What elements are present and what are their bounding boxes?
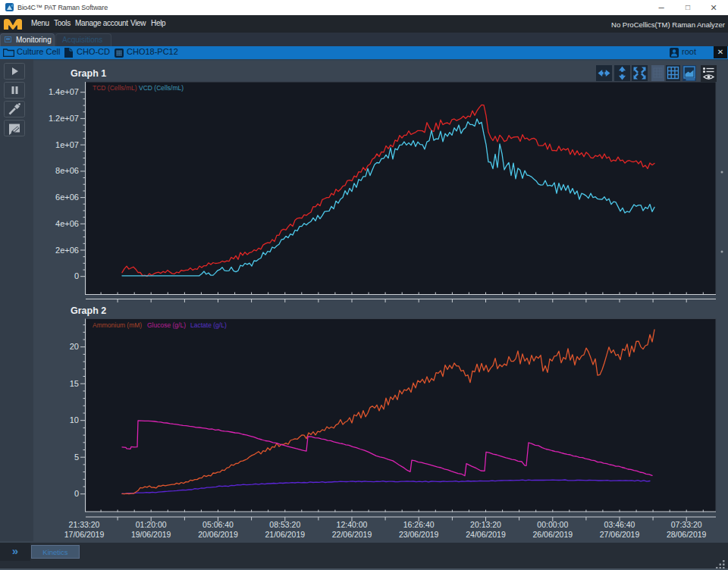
svg-text:08:53:20: 08:53:20 (269, 520, 300, 529)
svg-text:0: 0 (74, 489, 79, 498)
svg-text:0: 0 (74, 271, 79, 280)
svg-text:Glucose (g/L): Glucose (g/L) (147, 321, 186, 329)
svg-text:8e+06: 8e+06 (55, 166, 79, 175)
svg-text:5: 5 (74, 453, 79, 462)
svg-text:23/06/2019: 23/06/2019 (399, 530, 439, 539)
svg-text:15: 15 (70, 379, 79, 388)
svg-text:17/06/2019: 17/06/2019 (64, 530, 105, 539)
svg-text:00:00:00: 00:00:00 (537, 520, 568, 529)
svg-text:21:33:20: 21:33:20 (69, 520, 100, 529)
svg-text:12:40:00: 12:40:00 (337, 520, 368, 529)
svg-text:2e+06: 2e+06 (55, 246, 79, 255)
svg-text:22/06/2019: 22/06/2019 (332, 530, 372, 539)
svg-text:1e+07: 1e+07 (55, 140, 79, 149)
svg-text:21/06/2019: 21/06/2019 (265, 530, 306, 539)
svg-text:28/06/2019: 28/06/2019 (667, 530, 707, 539)
svg-text:6e+06: 6e+06 (55, 193, 79, 202)
svg-text:05:06:40: 05:06:40 (202, 520, 234, 529)
svg-text:Graph 1: Graph 1 (71, 68, 106, 79)
svg-text:Ammonium (mM): Ammonium (mM) (93, 321, 142, 329)
svg-text:4e+06: 4e+06 (55, 219, 79, 228)
svg-text:26/06/2019: 26/06/2019 (533, 530, 573, 539)
svg-text:03:46:40: 03:46:40 (604, 520, 635, 529)
svg-text:07:33:20: 07:33:20 (671, 520, 702, 529)
svg-text:16:26:40: 16:26:40 (403, 520, 435, 529)
svg-text:01:20:00: 01:20:00 (136, 520, 167, 529)
svg-text:27/06/2019: 27/06/2019 (600, 530, 640, 539)
svg-text:Graph 2: Graph 2 (71, 305, 106, 316)
svg-text:20/06/2019: 20/06/2019 (198, 530, 238, 539)
svg-text:20:13:20: 20:13:20 (470, 520, 501, 529)
svg-text:Lactate (g/L): Lactate (g/L) (190, 321, 227, 329)
svg-text:VCD (Cells/mL): VCD (Cells/mL) (139, 84, 184, 92)
svg-text:24/06/2019: 24/06/2019 (466, 530, 506, 539)
svg-text:1.4e+07: 1.4e+07 (49, 87, 79, 96)
svg-text:1.2e+07: 1.2e+07 (49, 114, 79, 123)
svg-text:10: 10 (70, 415, 79, 424)
svg-text:20: 20 (70, 342, 79, 351)
svg-text:19/06/2019: 19/06/2019 (131, 530, 171, 539)
svg-text:TCD (Cells/mL): TCD (Cells/mL) (93, 84, 137, 92)
